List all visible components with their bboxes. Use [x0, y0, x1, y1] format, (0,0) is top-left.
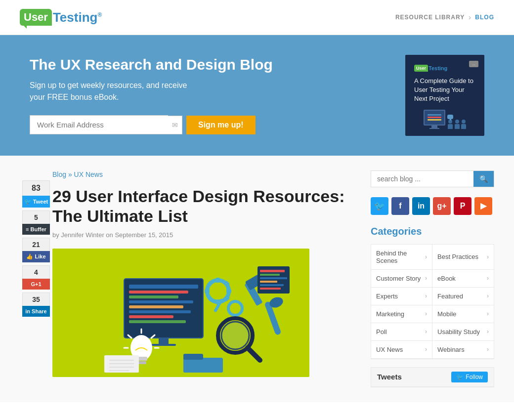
ebook-illustration — [414, 110, 475, 129]
hero-subtitle: Sign up to get weekly resources, and rec… — [30, 80, 386, 103]
svg-rect-9 — [159, 338, 169, 344]
category-webinars[interactable]: Webinars › — [432, 341, 494, 359]
gplus-icon[interactable]: g+ — [433, 197, 451, 215]
category-marketing[interactable]: Marketing › — [371, 305, 432, 323]
gplus-button[interactable]: G+1 — [22, 279, 50, 290]
ebook-logo-row: User Testing ... — [414, 65, 475, 72]
category-ux-news[interactable]: UX News › — [371, 341, 432, 359]
svg-rect-49 — [260, 277, 287, 279]
category-featured[interactable]: Featured › — [432, 288, 494, 305]
svg-rect-39 — [183, 358, 223, 373]
rss-icon[interactable]: ▶ — [474, 197, 492, 215]
category-customer-story[interactable]: Customer Story › — [371, 270, 432, 288]
linkedin-icon[interactable]: in — [412, 197, 430, 215]
svg-rect-48 — [260, 274, 280, 276]
ebook-people — [447, 115, 466, 129]
categories-grid: Behind the Scenes › Best Practices › Cus… — [371, 244, 494, 359]
buffer-icon: ≡ — [26, 226, 29, 232]
chevron-right-icon: › — [425, 310, 427, 317]
tweets-label: Tweets — [377, 373, 402, 381]
hero-left: The UX Research and Design Blog Sign up … — [30, 56, 386, 134]
svg-rect-1 — [129, 285, 198, 289]
ebook-logo-user: User — [414, 65, 428, 72]
svg-rect-4 — [129, 300, 193, 303]
email-icon: ✉ — [168, 116, 182, 134]
tweets-section: Tweets 🐦 Follow — [371, 367, 494, 387]
breadcrumb-separator: » — [68, 170, 72, 178]
twitter-icon: 🐦 — [24, 198, 32, 205]
svg-point-29 — [221, 322, 249, 349]
email-input[interactable] — [30, 115, 168, 134]
category-behind-the-scenes[interactable]: Behind the Scenes › — [371, 245, 432, 270]
chevron-right-icon: › — [487, 328, 489, 335]
hero-right: User Testing ... A Complete Guide to Use… — [405, 55, 484, 136]
hero-banner: The UX Research and Design Blog Sign up … — [0, 35, 514, 156]
search-input[interactable] — [371, 171, 473, 187]
share-count-4: 4 — [22, 265, 50, 279]
twitter-small-icon: 🐦 — [456, 374, 464, 380]
svg-rect-10 — [151, 344, 176, 346]
nav-separator: › — [469, 13, 471, 21]
social-sidebar: 83 🐦 Tweet 5 ≡ Buffer 21 👍 Like 4 G+1 35… — [20, 170, 52, 387]
logo[interactable]: User Testing® — [20, 9, 102, 26]
svg-rect-51 — [260, 284, 284, 286]
breadcrumb-section[interactable]: UX News — [74, 170, 103, 178]
category-experts[interactable]: Experts › — [371, 288, 432, 305]
tweet-button[interactable]: 🐦 Tweet — [22, 196, 50, 208]
hero-form: ✉ Sign me up! — [30, 115, 386, 134]
svg-rect-2 — [129, 291, 188, 294]
svg-rect-5 — [129, 305, 183, 308]
categories-title: Categories — [371, 226, 494, 237]
buffer-button[interactable]: ≡ Buffer — [22, 224, 50, 235]
search-bar: 🔍 — [371, 170, 494, 187]
svg-rect-15 — [205, 289, 210, 293]
linkedin-icon: in — [25, 308, 30, 314]
chevron-right-icon: › — [487, 275, 489, 282]
category-usability-study[interactable]: Usability Study › — [432, 323, 494, 341]
category-mobile[interactable]: Mobile › — [432, 305, 494, 323]
category-best-practices[interactable]: Best Practices › — [432, 245, 494, 270]
category-ebook[interactable]: eBook › — [432, 270, 494, 288]
article-image — [52, 249, 309, 377]
share-count-5: 5 — [22, 210, 50, 224]
follow-button[interactable]: 🐦 Follow — [451, 372, 488, 382]
svg-rect-6 — [129, 310, 191, 313]
search-button[interactable]: 🔍 — [473, 171, 494, 187]
svg-rect-52 — [260, 288, 281, 290]
header: User Testing® RESOURCE LIBRARY › BLOG — [0, 0, 514, 35]
svg-rect-7 — [129, 315, 173, 318]
svg-rect-50 — [260, 281, 277, 283]
logo-user-text: User — [20, 9, 52, 26]
facebook-like-button[interactable]: 👍 Like — [22, 251, 50, 262]
social-icons-row: 🐦 f in g+ P ▶ — [371, 197, 494, 215]
chevron-right-icon: › — [425, 346, 427, 353]
nav-blog[interactable]: BLOG — [475, 14, 494, 21]
signup-button[interactable]: Sign me up! — [186, 116, 256, 134]
ebook-title: A Complete Guide to User Testing Your Ne… — [414, 77, 475, 104]
category-poll[interactable]: Poll › — [371, 323, 432, 341]
svg-rect-16 — [226, 289, 231, 293]
chevron-right-icon: › — [425, 275, 427, 282]
svg-rect-8 — [129, 320, 186, 323]
pinterest-icon[interactable]: P — [454, 197, 471, 215]
linkedin-share-button[interactable]: in Share — [22, 306, 50, 317]
main-content: 83 🐦 Tweet 5 ≡ Buffer 21 👍 Like 4 G+1 35… — [0, 156, 514, 402]
share-count-35: 35 — [22, 293, 50, 306]
ebook-logo-testing: Testing — [428, 65, 447, 71]
article-title: 29 User Interface Design Resources: The … — [52, 186, 356, 227]
twitter-icon[interactable]: 🐦 — [371, 197, 388, 215]
chevron-right-icon: › — [487, 346, 489, 353]
share-count-21: 21 — [22, 238, 50, 251]
ebook-cover: User Testing ... A Complete Guide to Use… — [405, 55, 484, 136]
article-content: Blog » UX News 29 User Interface Design … — [52, 170, 371, 387]
svg-rect-40 — [183, 354, 203, 360]
breadcrumb-blog[interactable]: Blog — [52, 170, 66, 178]
facebook-icon[interactable]: f — [391, 197, 409, 215]
nav-links: RESOURCE LIBRARY › BLOG — [395, 13, 494, 21]
tweets-header: Tweets 🐦 Follow — [371, 368, 494, 387]
sidebar: 🔍 🐦 f in g+ P ▶ Categories Behind the Sc… — [371, 170, 494, 387]
svg-point-12 — [213, 286, 223, 296]
nav-resource-library[interactable]: RESOURCE LIBRARY — [395, 14, 465, 21]
article-meta: by Jennifer Winter on September 15, 2015 — [52, 231, 356, 239]
share-count-83: 83 — [22, 180, 50, 196]
